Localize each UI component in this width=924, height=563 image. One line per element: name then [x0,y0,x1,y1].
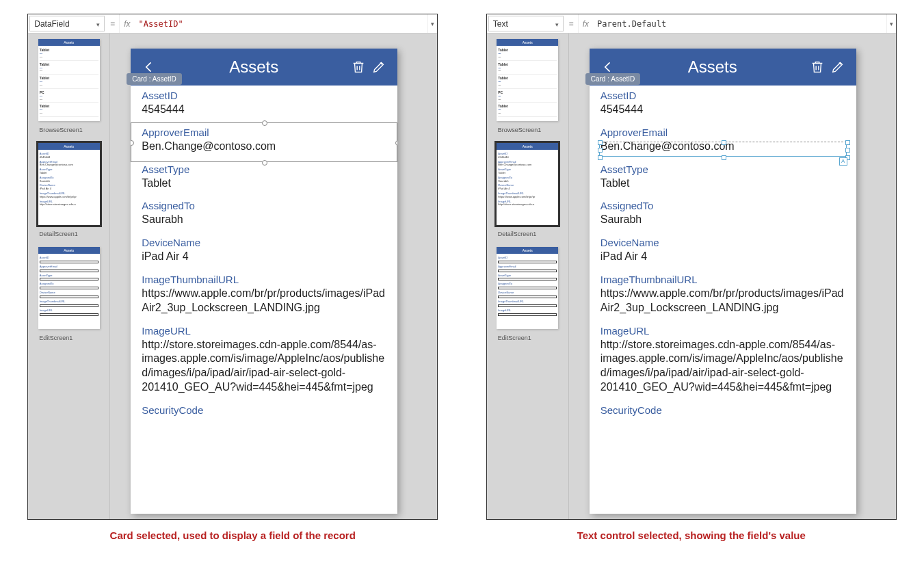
trash-icon[interactable] [807,60,828,75]
thumb-caption: DetailScreen1 [491,229,564,243]
equals-label: = [565,14,578,33]
field-label: DeviceName [142,237,386,250]
thumb-caption: BrowseScreen1 [491,125,564,139]
thumb-DetailScreen1[interactable]: Assets AssetID4545444ApproverEmailBen.Ch… [38,143,100,225]
field-value: https://www.apple.com/br/pr/products/ima… [142,287,386,315]
field-card-AssetType[interactable]: AssetType Tablet [131,159,397,196]
field-card-AssetID[interactable]: AssetID 4545444 [590,86,856,122]
field-value: Ben.Change@contoso.com [142,140,386,154]
field-card-ApproverEmail[interactable]: ApproverEmail Ben.Change@contoso.com [590,122,856,159]
field-card-AssignedTo[interactable]: AssignedTo Saurabh [590,196,856,233]
chevron-down-icon [555,19,559,29]
field-label: AssetID [142,90,386,103]
thumb-caption: DetailScreen1 [32,229,105,243]
field-value: iPad Air 4 [142,250,386,264]
chevron-down-icon [96,19,100,29]
field-card-ImageThumbnailURL[interactable]: ImageThumbnailURL https://www.apple.com/… [590,270,856,321]
field-card-SecurityCode[interactable]: SecurityCode [590,400,856,423]
formula-dropdown[interactable] [886,14,896,33]
field-label: ImageThumbnailURL [142,274,386,287]
field-value: http://store.storeimages.cdn-apple.com/8… [142,338,386,395]
app-title: Assets [159,57,348,77]
field-value: 4545444 [142,103,386,117]
app-title: Assets [618,57,807,77]
field-label: ImageURL [142,325,386,338]
field-card-AssignedTo[interactable]: AssignedTo Saurabh [131,196,397,233]
field-label: AssignedTo [600,200,845,213]
fx-label: fx [119,14,134,33]
field-value: iPad Air 4 [600,250,845,264]
formula-bar: Text = fx Parent.Default [487,14,896,34]
field-label: AssetID [600,90,845,103]
field-value: Tablet [600,176,845,191]
screen-thumbnail-rail: Assets Tablet••••••Tablet••••••Tablet•••… [487,34,569,519]
field-label: AssetType [600,163,845,176]
field-label: DeviceName [600,237,845,250]
back-icon[interactable] [598,60,618,74]
property-name: Text [493,19,508,29]
thumb-BrowseScreen1[interactable]: Assets Tablet••••••Tablet••••••Tablet•••… [497,39,558,121]
thumb-caption: EditScreen1 [491,333,564,347]
field-value: Saurabh [142,213,386,227]
edit-icon[interactable] [369,60,389,75]
field-card-ImageThumbnailURL[interactable]: ImageThumbnailURL https://www.apple.com/… [131,270,397,321]
field-label: SecurityCode [600,404,845,417]
thumb-DetailScreen1[interactable]: Assets AssetID4545444ApproverEmailBen.Ch… [497,143,558,225]
field-value: https://www.apple.com/br/pr/products/ima… [600,287,845,315]
property-select[interactable]: Text [488,16,564,31]
canvas[interactable]: Card : AssetID Assets AssetID 4545444 Ap… [110,34,437,519]
form-body: AssetID 4545444 ApproverEmail Ben.Change… [131,86,397,514]
equals-label: = [106,14,119,33]
formula-input[interactable]: Parent.Default [593,14,886,33]
field-label: ApproverEmail [142,127,386,140]
trash-icon[interactable] [348,60,369,75]
field-label: AssignedTo [142,200,386,213]
field-value: Saurabh [600,213,845,227]
field-card-ImageURL[interactable]: ImageURL http://store.storeimages.cdn-ap… [131,321,397,400]
selection-tag: Card : AssetID [585,73,640,85]
thumb-EditScreen1[interactable]: Assets AssetIDApproverEmailAssetTypeAssi… [38,247,100,329]
field-label: ImageThumbnailURL [600,274,845,287]
field-value: 4545444 [600,103,845,117]
panel-caption: Text control selected, showing the field… [577,529,806,541]
field-value: Ben.Change@contoso.com [600,140,845,154]
field-value: Tablet [142,176,386,191]
field-value: http://store.storeimages.cdn-apple.com/8… [600,338,845,395]
field-card-DeviceName[interactable]: DeviceName iPad Air 4 [590,233,856,270]
thumb-EditScreen1[interactable]: Assets AssetIDApproverEmailAssetTypeAssi… [497,247,558,329]
formula-dropdown[interactable] [427,14,437,33]
formula-bar: DataField = fx "AssetID" [28,14,437,34]
form-body: AssetID 4545444 ApproverEmail Ben.Change… [590,86,856,514]
field-card-AssetType[interactable]: AssetType Tablet [590,159,856,196]
editor-panel-right: Text = fx Parent.Default Assets Tablet••… [486,14,897,520]
phone-screen: Assets AssetID 4545444 ApproverEmail Ben… [131,49,397,514]
field-card-SecurityCode[interactable]: SecurityCode [131,400,397,423]
field-card-ApproverEmail[interactable]: ApproverEmail Ben.Change@contoso.com [131,122,397,159]
screen-thumbnail-rail: Assets Tablet••••••Tablet••••••Tablet•••… [28,34,110,519]
field-label: ImageURL [600,325,845,338]
back-icon[interactable] [139,60,159,74]
selection-tag: Card : AssetID [127,73,181,85]
field-label: SecurityCode [142,404,386,417]
chevron-down-icon [890,21,893,27]
thumb-caption: EditScreen1 [32,333,105,347]
field-label: ApproverEmail [600,127,845,140]
thumb-caption: BrowseScreen1 [32,125,105,139]
canvas[interactable]: Card : AssetID Assets AssetID 4545444 Ap… [569,34,896,519]
property-name: DataField [34,19,69,29]
editor-panel-left: DataField = fx "AssetID" Assets Tablet••… [27,14,438,520]
field-label: AssetType [142,163,386,176]
field-card-AssetID[interactable]: AssetID 4545444 [131,86,397,122]
field-card-DeviceName[interactable]: DeviceName iPad Air 4 [131,233,397,270]
formula-input[interactable]: "AssetID" [135,14,428,33]
panel-caption: Card selected, used to display a field o… [110,529,356,541]
thumb-BrowseScreen1[interactable]: Assets Tablet••••••Tablet••••••Tablet•••… [38,39,100,121]
property-select[interactable]: DataField [29,16,105,31]
phone-screen: Assets AssetID 4545444 ApproverEmail Ben… [590,49,856,514]
edit-icon[interactable] [828,60,848,75]
fx-label: fx [578,14,593,33]
chevron-down-icon [431,21,434,27]
field-card-ImageURL[interactable]: ImageURL http://store.storeimages.cdn-ap… [590,321,856,400]
